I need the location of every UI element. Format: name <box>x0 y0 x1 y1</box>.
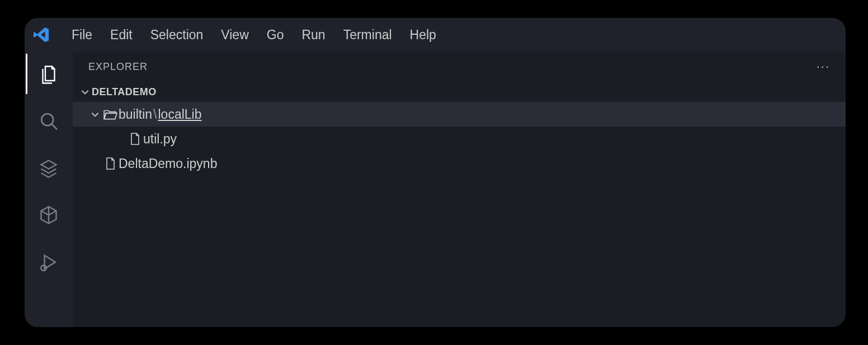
chevron-down-icon <box>78 87 92 97</box>
workspace-name: DELTADEMO <box>92 86 157 98</box>
chevron-down-icon <box>88 109 102 119</box>
tree-file-row[interactable]: util.py <box>73 127 846 151</box>
file-icon <box>126 132 143 146</box>
menu-item-terminal[interactable]: Terminal <box>334 18 401 52</box>
menubar: File Edit Selection View Go Run Terminal… <box>25 18 846 52</box>
menu-item-run[interactable]: Run <box>293 18 334 52</box>
activity-bar <box>25 52 73 327</box>
menu-item-edit[interactable]: Edit <box>101 18 141 52</box>
folder-open-icon <box>102 108 119 120</box>
menu-item-help[interactable]: Help <box>401 18 445 52</box>
svg-line-1 <box>52 124 57 129</box>
workspace-folder-header[interactable]: DELTADEMO <box>73 82 846 102</box>
vscode-window: File Edit Selection View Go Run Terminal… <box>25 18 846 327</box>
file-label: DeltaDemo.ipynb <box>119 156 217 171</box>
explorer-more-actions[interactable]: ··· <box>817 59 830 74</box>
file-label: util.py <box>143 132 177 147</box>
tree-file-row[interactable]: DeltaDemo.ipynb <box>73 151 846 176</box>
folder-path-separator: \ <box>153 107 157 122</box>
activity-source-control-icon[interactable] <box>37 157 60 179</box>
explorer-header: EXPLORER ··· <box>73 52 846 82</box>
file-icon <box>102 157 119 170</box>
file-tree: builtin\localLib util.py <box>73 102 846 327</box>
folder-path-prefix: builtin <box>119 107 152 122</box>
explorer-title: EXPLORER <box>88 61 148 73</box>
activity-extensions-icon[interactable] <box>37 204 60 226</box>
menu-item-selection[interactable]: Selection <box>141 18 213 52</box>
activity-search-icon[interactable] <box>37 110 60 132</box>
menu-item-file[interactable]: File <box>63 18 101 52</box>
activity-run-debug-icon[interactable] <box>37 251 60 273</box>
explorer-panel: EXPLORER ··· DELTADEMO <box>73 52 846 327</box>
window-body: EXPLORER ··· DELTADEMO <box>25 52 846 327</box>
vscode-logo-icon <box>32 26 50 44</box>
svg-point-0 <box>41 114 53 125</box>
tree-folder-row[interactable]: builtin\localLib <box>73 102 846 127</box>
menu-item-view[interactable]: View <box>212 18 257 52</box>
folder-label: builtin\localLib <box>119 107 202 122</box>
menu-item-go[interactable]: Go <box>258 18 293 52</box>
folder-path-name: localLib <box>158 107 202 122</box>
activity-explorer-icon[interactable] <box>37 63 60 85</box>
